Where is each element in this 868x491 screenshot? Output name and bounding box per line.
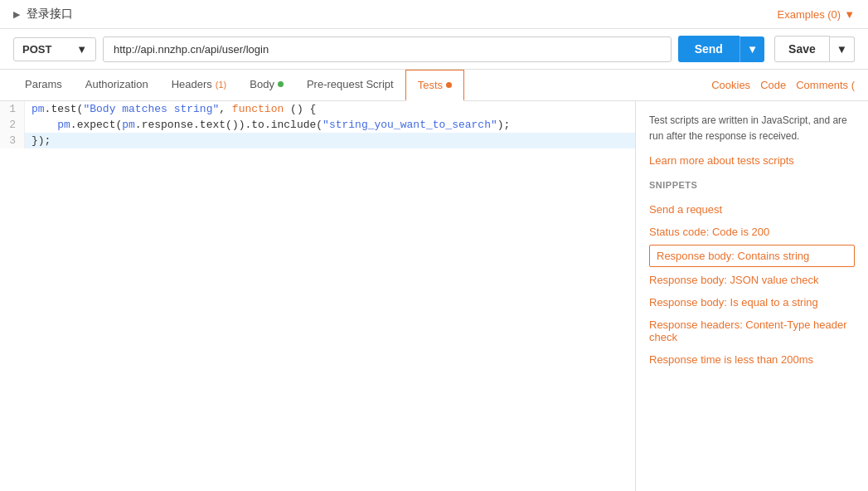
code-line-1: 1 pm.test("Body matches string", functio… — [0, 101, 635, 117]
line-number-1: 1 — [0, 101, 25, 117]
tab-headers[interactable]: Headers (1) — [160, 70, 239, 100]
examples-label: Examples (0) — [778, 8, 841, 21]
headers-badge: (1) — [216, 80, 226, 90]
line-content-1: pm.test("Body matches string", function … — [25, 101, 635, 117]
tabs-left: Params Authorization Headers (1) Body Pr… — [13, 70, 464, 100]
tab-prerequest[interactable]: Pre-request Script — [295, 70, 405, 100]
method-dropdown-icon: ▼ — [76, 43, 87, 56]
examples-button[interactable]: Examples (0) ▼ — [778, 8, 855, 21]
code-editor[interactable]: 1 pm.test("Body matches string", functio… — [0, 101, 636, 491]
tab-headers-label: Headers — [172, 78, 212, 90]
snippet-content-type[interactable]: Response headers: Content-Type header ch… — [649, 314, 855, 348]
right-panel-description: Test scripts are written in JavaScript, … — [649, 113, 855, 144]
collapse-icon[interactable]: ▶ — [13, 9, 20, 20]
method-label: POST — [22, 43, 51, 56]
url-bar: POST ▼ Send ▼ Save ▼ — [0, 29, 868, 70]
code-line-3: 3 }); — [0, 133, 635, 148]
save-button[interactable]: Save — [774, 36, 830, 62]
line-number-3: 3 — [0, 133, 25, 148]
tab-body[interactable]: Body — [238, 70, 295, 100]
tabs-right: Cookies Code Comments ( — [711, 79, 855, 91]
snippet-response-time[interactable]: Response time is less than 200ms — [649, 348, 855, 371]
send-dropdown-button[interactable]: ▼ — [739, 36, 764, 62]
learn-more-link[interactable]: Learn more about tests scripts — [649, 154, 794, 167]
tab-body-label: Body — [250, 78, 274, 90]
description-text: Test scripts are written in JavaScript, … — [649, 114, 847, 142]
snippet-send-request[interactable]: Send a request — [649, 198, 855, 221]
tab-tests[interactable]: Tests — [405, 70, 464, 101]
url-input[interactable] — [103, 36, 672, 62]
send-btn-group: Send ▼ — [678, 36, 764, 62]
comments-link[interactable]: Comments ( — [796, 79, 855, 91]
snippet-equal-string[interactable]: Response body: Is equal to a string — [649, 291, 855, 314]
code-link[interactable]: Code — [760, 79, 786, 91]
top-bar: ▶ 登录接口 Examples (0) ▼ — [0, 0, 868, 29]
tab-params[interactable]: Params — [13, 70, 74, 100]
tab-tests-label: Tests — [418, 79, 443, 91]
body-dot — [278, 81, 284, 87]
tests-dot — [446, 82, 452, 88]
snippet-response-body-contains[interactable]: Response body: Contains string — [649, 245, 855, 267]
cookies-link[interactable]: Cookies — [711, 79, 750, 91]
right-panel: Test scripts are written in JavaScript, … — [636, 101, 868, 491]
send-button[interactable]: Send — [678, 36, 739, 62]
tab-params-label: Params — [25, 78, 62, 90]
line-content-3: }); — [25, 133, 635, 148]
examples-dropdown-icon: ▼ — [844, 8, 855, 21]
request-title: 登录接口 — [27, 7, 73, 22]
code-lines: 1 pm.test("Body matches string", functio… — [0, 101, 635, 148]
tabs-bar: Params Authorization Headers (1) Body Pr… — [0, 70, 868, 101]
line-number-2: 2 — [0, 117, 25, 133]
top-bar-left: ▶ 登录接口 — [13, 7, 73, 22]
method-select[interactable]: POST ▼ — [13, 37, 96, 61]
line-content-2: pm.expect(pm.response.text()).to.include… — [25, 117, 635, 133]
tab-authorization-label: Authorization — [85, 78, 148, 90]
tab-authorization[interactable]: Authorization — [74, 70, 160, 100]
snippet-json-value-check[interactable]: Response body: JSON value check — [649, 269, 855, 291]
snippets-label: SNIPPETS — [649, 180, 855, 190]
tab-prerequest-label: Pre-request Script — [307, 78, 394, 90]
code-line-2: 2 pm.expect(pm.response.text()).to.inclu… — [0, 117, 635, 133]
save-dropdown-button[interactable]: ▼ — [830, 36, 855, 62]
snippet-status-code[interactable]: Status code: Code is 200 — [649, 221, 855, 243]
main-content: 1 pm.test("Body matches string", functio… — [0, 101, 868, 491]
save-btn-group: Save ▼ — [774, 36, 855, 62]
